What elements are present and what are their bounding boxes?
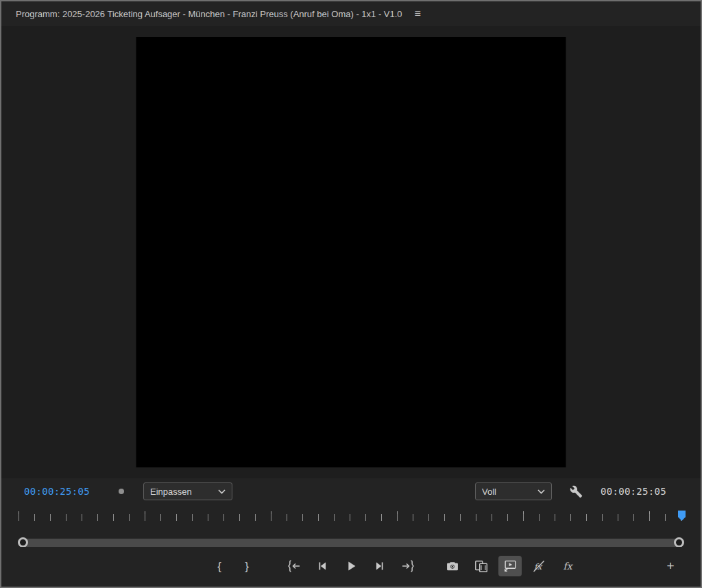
zoom-handle-left[interactable] xyxy=(18,537,28,548)
mark-in-button[interactable]: { xyxy=(210,556,229,576)
zoom-level-dropdown[interactable]: Einpassen xyxy=(143,482,232,500)
mark-buttons-cluster: { } xyxy=(210,556,256,576)
zoom-scrollbar[interactable] xyxy=(18,539,684,547)
go-to-out-button[interactable] xyxy=(397,556,420,576)
fx-slash-icon: fx xyxy=(531,559,546,574)
panel-menu-icon[interactable]: ≡ xyxy=(415,8,421,19)
playback-buttons-cluster xyxy=(282,556,420,576)
fx-icon: fx xyxy=(563,561,572,572)
global-fx-mute-button[interactable]: fx xyxy=(527,556,550,576)
chevron-down-icon xyxy=(218,489,226,494)
mark-out-button[interactable]: } xyxy=(237,556,256,576)
settings-button[interactable] xyxy=(570,485,583,498)
step-back-icon xyxy=(315,559,330,574)
go-to-in-icon xyxy=(285,559,302,574)
video-preview-area xyxy=(1,26,701,478)
play-button[interactable] xyxy=(339,556,363,576)
panel-tab-bar: Programm: 2025-2026 Ticketing Aufsager -… xyxy=(1,1,701,26)
mark-in-icon: { xyxy=(217,561,221,572)
dropped-frame-indicator-dot xyxy=(119,489,124,494)
step-forward-icon xyxy=(372,559,387,574)
camera-icon xyxy=(446,559,459,573)
sequence-duration-timecode: 00:00:25:05 xyxy=(601,486,666,497)
program-monitor-panel: Programm: 2025-2026 Ticketing Aufsager -… xyxy=(0,0,702,588)
zoom-handle-right[interactable] xyxy=(674,537,684,548)
playback-resolution-dropdown[interactable]: Voll xyxy=(475,482,552,500)
export-frame-button[interactable] xyxy=(441,556,464,576)
button-editor-button[interactable]: + xyxy=(661,556,680,576)
current-timecode[interactable]: 00:00:25:05 xyxy=(24,486,90,497)
panel-tab-title[interactable]: Programm: 2025-2026 Ticketing Aufsager -… xyxy=(16,9,402,19)
go-to-out-icon xyxy=(400,559,417,574)
effects-badge-button[interactable]: fx xyxy=(556,556,579,576)
comparison-view-button[interactable] xyxy=(470,556,493,576)
film-frames-icon xyxy=(474,559,489,574)
monitor-play-icon xyxy=(503,559,518,574)
wrench-icon xyxy=(570,485,583,498)
transport-controls-row: { } xyxy=(1,547,701,587)
ruler-minor-ticks xyxy=(19,514,684,521)
chevron-down-icon xyxy=(537,489,545,494)
utility-buttons-cluster: fx fx xyxy=(441,556,579,576)
time-ruler[interactable] xyxy=(1,504,701,522)
step-forward-button[interactable] xyxy=(368,556,391,576)
step-back-button[interactable] xyxy=(311,556,334,576)
mark-out-icon: } xyxy=(245,561,249,572)
play-icon xyxy=(343,559,359,574)
mercury-transmit-button[interactable] xyxy=(498,556,522,576)
zoom-scroll-row xyxy=(1,522,701,547)
go-to-in-button[interactable] xyxy=(282,556,305,576)
monitor-controls-row: 00:00:25:05 Einpassen Voll 00:00:25:05 xyxy=(1,478,701,504)
zoom-level-value: Einpassen xyxy=(150,487,192,497)
video-frame[interactable] xyxy=(136,37,566,467)
playback-resolution-value: Voll xyxy=(482,487,496,497)
